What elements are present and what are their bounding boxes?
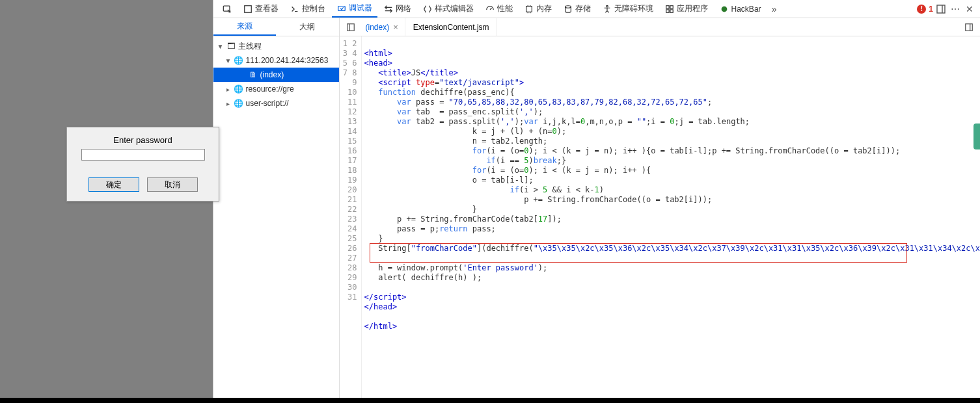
- svg-rect-7: [670, 5, 672, 8]
- sources-tree: ▼ 🗔 主线程 ▼ 🌐 111.200.241.244:32563 🗎 (ind…: [213, 36, 340, 398]
- file-icon: 🗎: [249, 70, 258, 79]
- svg-point-4: [565, 5, 571, 8]
- sub-tab-sources[interactable]: 来源: [213, 18, 277, 36]
- tab-console[interactable]: 控制台: [285, 0, 331, 18]
- tab-hackbar[interactable]: HackBar: [715, 0, 767, 18]
- code-editor[interactable]: 1 2 3 4 5 6 7 8 9 10 11 12 13 14 15 16 1…: [340, 36, 980, 398]
- tab-style-editor[interactable]: 样式编辑器: [418, 0, 479, 18]
- tree-resource-gre[interactable]: ▸ 🌐 resource://gre: [213, 82, 339, 96]
- menu-icon[interactable]: ⋯: [949, 4, 962, 14]
- collapse-right-icon[interactable]: [962, 23, 976, 32]
- tree-main-thread[interactable]: ▼ 🗔 主线程: [213, 39, 339, 53]
- devtools-panel: 查看器 控制台 调试器 网络 样式编辑器 性能 内存 存储: [213, 0, 980, 398]
- pick-element-icon[interactable]: [217, 0, 237, 18]
- svg-rect-11: [937, 5, 945, 13]
- cancel-button[interactable]: 取消: [147, 177, 198, 192]
- file-tab-index[interactable]: (index) ×: [359, 18, 405, 36]
- tree-index-file[interactable]: 🗎 (index): [213, 68, 339, 82]
- tab-application[interactable]: 应用程序: [660, 0, 713, 18]
- tree-user-script[interactable]: ▸ 🌐 user-script://: [213, 96, 339, 110]
- globe-icon: 🌐: [234, 84, 243, 94]
- ok-button[interactable]: 确定: [88, 177, 139, 192]
- svg-rect-13: [966, 23, 973, 31]
- tab-performance[interactable]: 性能: [480, 0, 518, 18]
- error-icon: !: [917, 5, 926, 14]
- devtools-toolbar: 查看器 控制台 调试器 网络 样式编辑器 性能 内存 存储: [213, 0, 980, 18]
- svg-point-10: [721, 6, 727, 12]
- tab-debugger[interactable]: 调试器: [332, 0, 377, 18]
- svg-rect-8: [666, 9, 668, 12]
- close-icon[interactable]: ✕: [963, 4, 976, 14]
- overflow-icon[interactable]: »: [768, 4, 781, 14]
- svg-rect-9: [670, 9, 672, 12]
- window-icon: 🗔: [226, 42, 236, 51]
- tree-host[interactable]: ▼ 🌐 111.200.241.244:32563: [213, 53, 339, 68]
- close-tab-icon[interactable]: ×: [393, 22, 398, 32]
- browser-viewport: Enter password 确定 取消: [0, 0, 213, 398]
- globe-icon: 🌐: [234, 56, 243, 65]
- dock-icon[interactable]: [934, 4, 947, 14]
- right-edge-handle[interactable]: [973, 124, 980, 150]
- password-prompt-dialog: Enter password 确定 取消: [66, 127, 219, 202]
- svg-rect-1: [244, 5, 251, 12]
- globe-icon: 🌐: [234, 99, 243, 108]
- error-count-badge[interactable]: ! 1: [917, 5, 933, 14]
- svg-rect-6: [666, 5, 668, 8]
- svg-rect-3: [526, 6, 532, 12]
- tab-accessibility[interactable]: 无障碍环境: [597, 0, 659, 18]
- collapse-left-icon[interactable]: [344, 23, 358, 32]
- file-tab-extension[interactable]: ExtensionContent.jsm: [407, 18, 497, 36]
- password-input[interactable]: [81, 149, 205, 161]
- svg-point-5: [606, 5, 608, 7]
- tab-memory[interactable]: 内存: [519, 0, 557, 18]
- debugger-sub-toolbar: 来源 大纲 (index) × ExtensionContent.jsm: [213, 18, 980, 36]
- tab-storage[interactable]: 存储: [558, 0, 596, 18]
- prompt-message: Enter password: [67, 127, 219, 148]
- line-gutter[interactable]: 1 2 3 4 5 6 7 8 9 10 11 12 13 14 15 16 1…: [340, 36, 362, 398]
- tab-inspector[interactable]: 查看器: [238, 0, 284, 18]
- sub-tab-outline[interactable]: 大纲: [276, 18, 339, 36]
- tab-network[interactable]: 网络: [379, 0, 416, 18]
- code-content[interactable]: <html> <head> <title>JS</title> <script …: [362, 36, 980, 398]
- svg-rect-12: [347, 23, 354, 31]
